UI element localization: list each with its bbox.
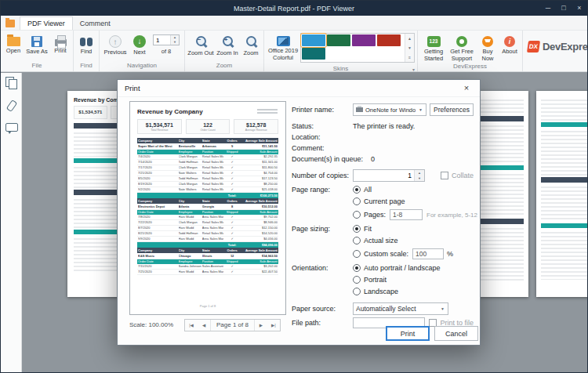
orientation-auto-radio[interactable]: [353, 264, 361, 272]
spin-up-icon[interactable]: ▲: [415, 170, 424, 176]
previous-button[interactable]: ↑ Previous: [102, 32, 129, 61]
sizing-fit-label: Fit: [364, 225, 372, 233]
skin-swatch-grid: [301, 34, 405, 62]
arrow-up-icon: ↑: [109, 35, 122, 48]
report-row-data: 7/17/2020Clark MorganRetail Sales Manage…: [137, 165, 278, 171]
print-button-ribbon[interactable]: Print: [50, 32, 71, 61]
collate-label: Collate: [452, 172, 474, 179]
spin-down-icon[interactable]: ▼: [415, 176, 424, 181]
ribbon-group-label-skins: Skins ▾: [264, 64, 417, 72]
sidebar-item-attachments[interactable]: [1, 100, 22, 118]
page-range-row: Page range: All: [292, 186, 474, 194]
comment-label: Comment:: [292, 144, 353, 152]
printer-name-combo[interactable]: OneNote for Windows 10 ▼: [353, 103, 426, 116]
ribbon: Open Save As Print File Find F: [1, 30, 587, 72]
print-dialog-title: Print: [125, 84, 140, 92]
spin-down-icon[interactable]: ▼: [171, 40, 179, 45]
printer-name-label: Printer name:: [292, 106, 353, 114]
copies-spinner: ▲ ▼: [353, 169, 425, 182]
sizing-custom-row: Custom scale: %: [292, 248, 474, 259]
close-icon[interactable]: ×: [572, 1, 587, 16]
range-all-label: All: [364, 186, 372, 194]
zoom-button[interactable]: Zoom: [241, 32, 261, 61]
ribbon-group-file: Open Save As Print File: [1, 31, 74, 71]
page-number-input[interactable]: [154, 35, 170, 45]
range-current-radio[interactable]: [353, 197, 361, 205]
skin-swatch[interactable]: [352, 34, 376, 46]
range-all-radio[interactable]: [353, 186, 361, 194]
buy-now-button[interactable]: Buy Now: [477, 32, 499, 62]
skin-swatch[interactable]: [377, 34, 401, 46]
get-free-support-button[interactable]: Get Free Support: [448, 32, 476, 62]
collate-option[interactable]: Collate: [441, 172, 474, 179]
zoom-in-button[interactable]: + Zoom In: [215, 32, 240, 61]
sidebar-item-comments[interactable]: [1, 122, 22, 141]
about-label: About: [502, 49, 517, 56]
print-settings-form: Printer name: OneNote for Windows 10 ▼ P…: [292, 97, 474, 317]
skin-swatch[interactable]: [327, 34, 350, 46]
tab-pdf-viewer[interactable]: PDF Viewer: [20, 16, 73, 30]
orientation-auto-label: Auto portrait / landscape: [364, 264, 441, 272]
report-row-data: 7/4/2020Clark MorganRetail Sales Manager…: [137, 154, 278, 160]
active-skin-button[interactable]: Office 2019 Colorful: [267, 32, 299, 64]
devexpress-logo-icon: DX: [527, 41, 540, 53]
print-button[interactable]: Print: [386, 326, 430, 341]
maximize-icon[interactable]: □: [556, 1, 572, 16]
open-button[interactable]: Open: [3, 32, 24, 61]
page-thumbnail-3[interactable]: [536, 91, 587, 297]
skins-group-label-text: Skins: [333, 65, 349, 72]
report-row-master: Electronics DepotAtlantaGeorgia8$10,512.…: [137, 204, 278, 210]
find-button[interactable]: Find: [76, 32, 96, 61]
save-as-button[interactable]: Save As: [24, 32, 49, 61]
getting-started-icon: 123: [427, 36, 441, 47]
buy-now-label: Buy Now: [477, 49, 499, 62]
page-number-spin-arrows: ▲ ▼: [170, 35, 179, 45]
orientation-landscape-radio[interactable]: [353, 288, 361, 295]
paper-source-combo[interactable]: Automatically Select ▼: [353, 302, 448, 315]
gallery-scroll-down-icon[interactable]: ▼: [405, 43, 414, 53]
cancel-button[interactable]: Cancel: [434, 326, 478, 341]
gallery-dropdown-icon[interactable]: ≡: [405, 53, 414, 62]
zoom-out-button[interactable]: − Zoom Out: [187, 32, 214, 61]
minimize-icon[interactable]: ─: [540, 1, 556, 16]
pages-range-input[interactable]: [390, 209, 423, 220]
sidebar: [1, 73, 22, 372]
sizing-custom-label: Custom scale:: [364, 250, 408, 258]
queue-row: Document(s) in queue: 0: [292, 155, 474, 163]
custom-scale-input[interactable]: [412, 248, 444, 259]
sizing-custom-radio[interactable]: [353, 250, 361, 258]
application-button-icon[interactable]: [5, 20, 15, 27]
dialog-close-icon[interactable]: ×: [455, 81, 478, 96]
getting-started-button[interactable]: 123 Getting Started: [420, 32, 447, 62]
gallery-scroll-up-icon[interactable]: ▲: [405, 34, 414, 43]
thumbnail-table-rows: [541, 184, 587, 222]
range-pages-radio[interactable]: [353, 211, 361, 219]
ribbon-group-label-navigation: Navigation: [100, 61, 184, 71]
skin-swatch[interactable]: [302, 48, 325, 60]
orientation-portrait-radio[interactable]: [353, 276, 361, 284]
open-folder-icon: [7, 37, 20, 46]
sizing-fit-radio[interactable]: [353, 225, 361, 233]
sizing-actual-row: Actual size: [292, 237, 474, 244]
copies-label: Number of copies:: [292, 172, 353, 179]
ribbon-group-devexpress: 123 Getting Started Get Free Support Buy…: [418, 31, 523, 71]
skin-swatch[interactable]: [302, 34, 325, 46]
report-row-data: 9/9/2020Harv MuddArea Sales Manager✓$4,0…: [137, 237, 278, 242]
sidebar-item-thumbnails[interactable]: [1, 77, 22, 96]
info-icon: i: [504, 36, 515, 47]
tab-comment[interactable]: Comment: [73, 17, 118, 30]
copies-input[interactable]: [354, 170, 414, 181]
window-title: Master-Detail Report.pdf - PDF Viewer: [48, 5, 540, 13]
gallery-launcher-icon[interactable]: ▾: [412, 65, 415, 72]
about-button[interactable]: i About: [499, 32, 520, 62]
orientation-portrait-row: Portrait: [292, 276, 474, 284]
next-button[interactable]: ↓ Next: [129, 32, 150, 61]
collate-checkbox[interactable]: [441, 172, 448, 179]
preferences-button[interactable]: Preferences: [430, 103, 474, 116]
zoom-in-icon: +: [221, 35, 234, 49]
orientation-label: Orientation:: [292, 264, 353, 272]
report-row-data: 7/11/2020Sandra JohnsonSales Assistant✓$…: [137, 264, 278, 270]
comment-row: Comment:: [292, 144, 474, 152]
sizing-actual-radio[interactable]: [353, 237, 361, 244]
report-row-master: Super Mart of the WestBentonvilleArkansa…: [137, 143, 278, 150]
